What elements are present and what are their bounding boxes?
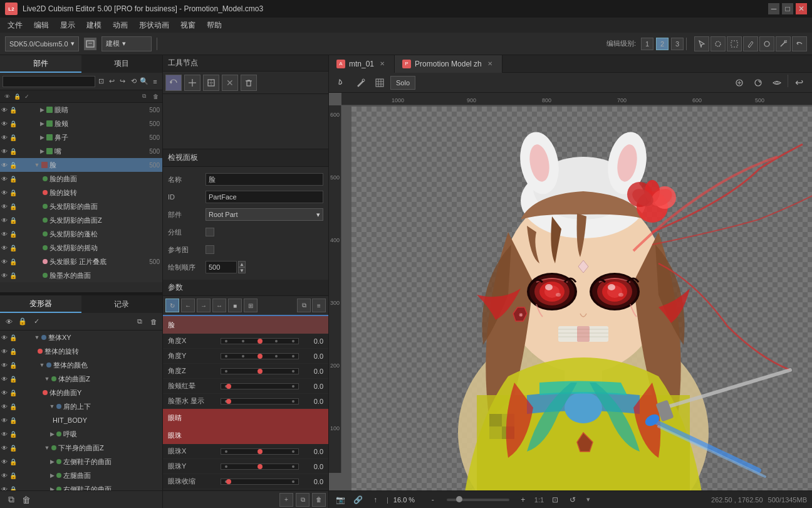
part-row-face-rotation[interactable]: 👁 🔒 脸的旋转 [0, 186, 162, 199]
eye-icon[interactable]: 👁 [0, 257, 9, 266]
level-2-btn[interactable]: 2 [656, 38, 669, 50]
param-slider-angle-y[interactable] [221, 353, 299, 359]
deformer-row-hitbody[interactable]: 👁 🔒 HIT_BODY [0, 413, 162, 427]
lock-icon[interactable]: 🔒 [9, 388, 18, 397]
canvas-tab-promotion[interactable]: P Promotion Model zh ✕ [395, 55, 502, 73]
expander[interactable]: ▶ [38, 133, 46, 142]
tab-close-promotion[interactable]: ✕ [486, 60, 494, 68]
expander[interactable]: ▼ [38, 361, 46, 369]
lock-icon[interactable]: 🔒 [9, 188, 18, 197]
param-slider-angle-x[interactable] [221, 338, 299, 344]
part-row-eyes[interactable]: 👁 🔒 ▶ 眼睛 500 [0, 103, 162, 117]
lock-icon[interactable]: 🔒 [9, 133, 18, 142]
canvas-tool-grid[interactable] [372, 75, 388, 91]
copy-icon[interactable]: ⧉ [140, 92, 148, 101]
level-3-btn[interactable]: 3 [671, 38, 684, 50]
lock-icon[interactable]: 🔒 [9, 361, 18, 369]
close-button[interactable]: ✕ [796, 3, 807, 14]
menu-animation[interactable]: 动画 [108, 19, 133, 32]
eye-icon[interactable]: 👁 [0, 174, 9, 183]
lock-icon[interactable]: 🔒 [9, 347, 18, 356]
menu-edit[interactable]: 编辑 [29, 19, 54, 32]
deformer-copy-btn[interactable]: ⧉ [133, 315, 146, 328]
zoom-in-btn[interactable]: + [517, 494, 529, 506]
param-slider-eyeball-y[interactable] [221, 463, 299, 470]
part-row-hair-shadow-z[interactable]: 👁 🔒 头发阴影的曲面Z [0, 213, 162, 227]
part-row-mouth[interactable]: 👁 🔒 ▶ 嘴 500 [0, 144, 162, 158]
lock-icon[interactable]: 🔒 [9, 430, 18, 438]
deformer-row-lower-body-z[interactable]: 👁 🔒 ▼ 下半身的曲面Z [0, 441, 162, 455]
parts-tool-5[interactable]: 🔍 [140, 75, 149, 88]
name-input[interactable] [206, 173, 323, 186]
deformer-row-right-shoe[interactable]: 👁 🔒 ▶ 右侧鞋子的曲面 [0, 482, 162, 490]
canvas-tool-r1[interactable] [731, 75, 747, 91]
eye-icon[interactable]: 👁 [0, 416, 9, 425]
lock-icon[interactable]: 🔒 [9, 416, 18, 425]
canvas-camera-icon[interactable]: 📷 [334, 494, 346, 506]
params-delete-btn[interactable]: 🗑 [312, 493, 326, 507]
menu-model[interactable]: 建模 [81, 19, 107, 32]
lock-icon[interactable]: 🔒 [9, 243, 18, 252]
eye-icon[interactable]: 👁 [0, 188, 9, 197]
zoom-slider-thumb[interactable] [456, 496, 462, 502]
deformer-tool-1[interactable]: 👁 [3, 315, 15, 328]
parts-search-input[interactable] [3, 76, 95, 87]
eye-icon[interactable]: 👁 [0, 105, 9, 114]
reset-view-btn[interactable]: ↺ [566, 494, 579, 506]
expander[interactable]: ▶ [48, 430, 56, 438]
param-group-face[interactable]: 脸 [163, 316, 328, 334]
deformer-tool-3[interactable]: ✓ [30, 315, 43, 328]
tool-node-btn-cross[interactable]: ✕ [222, 75, 238, 91]
part-row-cheek[interactable]: 👁 🔒 ▶ 脸颊 500 [0, 117, 162, 130]
tab-record[interactable]: 记录 [81, 295, 163, 313]
menu-shape-animation[interactable]: 形状动画 [134, 19, 174, 32]
param-slider-eyeball-x[interactable] [221, 448, 299, 455]
lock-icon[interactable]: 🔒 [9, 105, 18, 114]
fit-view-btn[interactable]: ⊡ [549, 494, 561, 506]
deformer-row-breath[interactable]: 👁 🔒 ▶ 呼吸 [0, 427, 162, 441]
draw-order-down[interactable]: ▼ [238, 267, 246, 273]
eye-icon[interactable]: 👁 [0, 347, 9, 356]
expander[interactable]: ▼ [43, 443, 51, 452]
parts-tool-4[interactable]: ⟲ [129, 75, 138, 88]
params-add-btn[interactable]: + [279, 493, 293, 507]
expander[interactable]: ▼ [48, 402, 56, 411]
undo-tool[interactable] [792, 36, 807, 51]
canvas-tool-pen[interactable] [353, 75, 369, 91]
menu-file[interactable]: 文件 [3, 19, 28, 32]
deformer-row-left-shoe[interactable]: 👁 🔒 ▶ 左侧鞋子的曲面 [0, 455, 162, 468]
part-row-face-surface[interactable]: 👁 🔒 脸的曲面 [0, 172, 162, 186]
expander[interactable]: ▶ [48, 471, 56, 480]
tab-close-mtn01[interactable]: ✕ [378, 60, 387, 68]
param-tool-span[interactable]: ↔ [212, 299, 226, 312]
eye-icon[interactable]: 👁 [0, 119, 9, 128]
parts-tool-2[interactable]: ↩ [107, 75, 117, 88]
eye-icon[interactable]: 👁 [0, 402, 9, 411]
param-slider-cheek[interactable] [221, 383, 299, 389]
param-slider-angle-z[interactable] [221, 368, 299, 374]
canvas-undo[interactable]: ↩ [791, 75, 807, 91]
deformer-delete-bottom-btn[interactable]: 🗑 [20, 494, 33, 506]
canvas-tab-mtn01[interactable]: A mtn_01 ✕ [329, 55, 395, 73]
lock-icon[interactable]: 🔒 [9, 374, 18, 383]
canvas-tool-r2[interactable] [750, 75, 766, 91]
param-tool-next[interactable]: → [197, 299, 211, 312]
expander[interactable]: ▶ [48, 457, 56, 466]
param-slider-face-ink[interactable] [221, 398, 299, 405]
zoom-out-btn[interactable]: - [427, 494, 439, 506]
tool-node-btn-delete[interactable] [241, 75, 257, 91]
canvas-area[interactable]: 1000 900 800 700 600 500 600 500 400 300… [329, 93, 812, 490]
part-row-nose[interactable]: 👁 🔒 ▶ 鼻子 500 [0, 130, 162, 144]
param-tool-menu[interactable]: ≡ [312, 299, 326, 312]
lock-icon[interactable]: 🔒 [9, 174, 18, 183]
param-group-eyeball[interactable]: 眼珠 [163, 426, 328, 444]
pen-tool[interactable] [776, 36, 791, 51]
canvas-link-icon[interactable]: 🔗 [351, 494, 364, 506]
deformer-row-body-z[interactable]: 👁 🔒 ▼ 体的曲面Z [0, 372, 162, 386]
deformer-row-left-leg[interactable]: 👁 🔒 ▶ 左腿曲面 [0, 468, 162, 482]
deformer-row-rotation[interactable]: 👁 🔒 整体的旋转 [0, 344, 162, 358]
select-tool[interactable] [694, 36, 709, 51]
lasso-tool[interactable] [710, 36, 726, 51]
eye-icon[interactable]: 👁 [0, 271, 9, 280]
menu-window[interactable]: 视窗 [175, 19, 200, 32]
